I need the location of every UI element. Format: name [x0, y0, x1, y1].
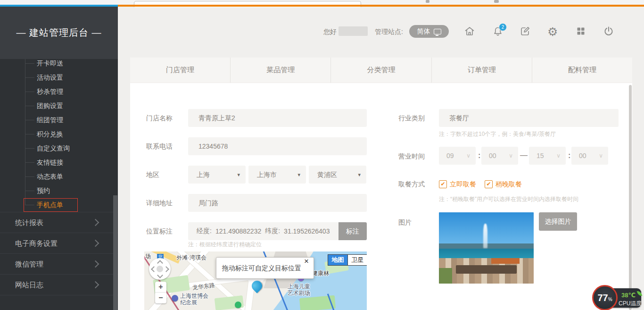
sidebar-section-wangzhanrizhi[interactable]: 网站日志 — [0, 274, 118, 295]
store-name-input[interactable]: 青青原上草2 — [188, 109, 367, 127]
sidebar-scrollbar[interactable] — [113, 195, 117, 310]
notifications-bell-icon[interactable]: 2 — [492, 25, 504, 38]
sidebar-item-zutuanguanli[interactable]: 组团管理 — [0, 113, 118, 127]
chevron-right-icon — [92, 281, 99, 289]
username-blurred — [339, 26, 368, 36]
zoom-in-button[interactable]: + — [155, 282, 166, 293]
start-minute-select[interactable]: 00 — [481, 147, 518, 165]
power-icon[interactable] — [603, 25, 614, 38]
notification-badge: 2 — [499, 23, 507, 31]
sidebar-item-tuangoushezhi[interactable]: 团购设置 — [0, 99, 118, 113]
address-label: 详细地址 — [146, 199, 173, 208]
settings-gear-icon[interactable]: ⚙ — [547, 25, 559, 38]
cpu-percent-unit: % — [608, 297, 612, 302]
map-zoom-control[interactable]: + − — [155, 282, 166, 303]
phone-input[interactable]: 12345678 — [188, 137, 367, 155]
park-poi-icon — [235, 302, 241, 308]
sidebar-section-dianzishangwu[interactable]: 电子商务设置 — [0, 233, 118, 253]
apps-grid-icon[interactable] — [575, 25, 586, 38]
pan-left-icon[interactable] — [151, 266, 157, 272]
lat-label: 纬度: — [265, 227, 280, 235]
store-photo-thumbnail — [439, 212, 534, 284]
lat-value: 31.1952626403 — [284, 227, 330, 235]
sidebar-header: — 建站管理后台 — — [0, 7, 118, 59]
cpu-percent-value: 77 — [597, 293, 608, 303]
sidebar-item-kaikajisong[interactable]: 开卡即送 — [0, 56, 118, 70]
end-hour-select[interactable]: 15 — [529, 147, 566, 165]
city-select[interactable]: 上海市 — [248, 166, 306, 184]
hours-label: 营业时间 — [398, 152, 425, 161]
mode-satellite-button[interactable]: 卫星 — [347, 255, 367, 265]
time-colon: : — [568, 151, 570, 160]
tab-category-management[interactable]: 分类管理 — [331, 58, 431, 83]
coordinates-box[interactable]: 经度: 121.490882232 纬度: 31.1952626403 — [188, 222, 339, 240]
bubble-close-icon[interactable]: × — [304, 257, 309, 266]
monitor-icon — [434, 29, 441, 34]
sidebar-section-weixinguanli[interactable]: 微信管理 — [0, 253, 118, 274]
chevron-right-icon — [92, 260, 99, 268]
sidebar-submenu: 开卡即送 活动设置 秒杀管理 团购设置 组团管理 积分兑换 自定义查询 友情链接… — [0, 59, 118, 212]
sidebar-item-jifenduihuan[interactable]: 积分兑换 — [0, 127, 118, 141]
pickup-label: 取餐方式 — [398, 180, 425, 189]
cpu-temp-value: 38℃ — [621, 292, 636, 299]
lng-label: 经度: — [197, 227, 212, 235]
pickup-now-label[interactable]: 立即取餐 — [450, 180, 476, 189]
toolbar-icon-sliver — [494, 0, 499, 3]
sidebar-item-zidingyichaxun[interactable]: 自定义查询 — [0, 141, 118, 155]
phone-label: 联系电话 — [146, 142, 173, 151]
mode-map-button[interactable]: 地图 — [328, 255, 347, 265]
image-label: 图片 — [398, 218, 412, 227]
page-header: 您好 管理站点: 简体 2 ⚙ — [118, 7, 644, 59]
tab-order-management[interactable]: 订单管理 — [432, 58, 532, 83]
pickup-later-label[interactable]: 稍晚取餐 — [495, 180, 522, 189]
district-select[interactable]: 黄浦区 — [309, 166, 366, 184]
sidebar-item-dongtaibiaodan[interactable]: 动态表单 — [0, 169, 118, 184]
home-icon[interactable] — [464, 25, 475, 38]
chevron-right-icon — [92, 240, 99, 247]
chevron-right-icon — [92, 219, 99, 226]
mark-button[interactable]: 标注 — [339, 222, 367, 240]
region-label: 地区 — [146, 171, 159, 179]
map-widget[interactable]: 场 外滩·湾璞会 龙华东路 上海世博会 纪念展 上海儿童 艺术剧场 健康林 北 … — [144, 251, 367, 310]
sidebar-section-tongjibaobiao[interactable]: 统计报表 — [0, 212, 118, 233]
sidebar-item-huodongshezhi[interactable]: 活动设置 — [0, 70, 118, 84]
edit-icon[interactable] — [520, 25, 531, 38]
sidebar-item-miaoshaguanli[interactable]: 秒杀管理 — [0, 84, 118, 99]
location-note: 注：根据经纬度进行精确定位 — [188, 241, 262, 249]
map-mode-switcher[interactable]: 地图 卫星 — [328, 254, 367, 266]
greeting-text: 您好 — [323, 28, 337, 36]
zoom-out-button[interactable]: − — [155, 293, 166, 303]
pickup-now-checkbox[interactable]: ✔ — [439, 180, 447, 188]
start-hour-select[interactable]: 09 — [439, 147, 476, 165]
time-dash: — — [520, 151, 528, 159]
map-info-bubble: 拖动标注可自定义目标位置 × — [216, 257, 314, 279]
tab-ingredient-management[interactable]: 配料管理 — [532, 58, 632, 83]
cpu-usage-gauge[interactable]: 77 % — [592, 285, 618, 310]
location-label: 位置标注 — [146, 227, 173, 236]
sidebar-item-youqinglianjie[interactable]: 友情链接 — [0, 155, 118, 169]
pan-up-icon[interactable] — [157, 260, 163, 266]
pickup-later-checkbox[interactable]: ✔ — [485, 180, 493, 188]
industry-input[interactable]: 茶餐厅 — [439, 109, 619, 127]
tab-dish-management[interactable]: 菜品管理 — [231, 58, 331, 83]
map-pan-control[interactable] — [149, 258, 171, 280]
map-label-expo-2: 纪念展 — [180, 299, 197, 307]
address-input[interactable]: 局门路 — [188, 194, 367, 212]
language-pill-button[interactable]: 简体 — [409, 25, 449, 38]
museum-poi-icon — [172, 295, 178, 302]
province-select[interactable]: 上海 — [188, 166, 246, 184]
end-minute-select[interactable]: 00 — [571, 147, 608, 165]
pan-center-dot[interactable] — [157, 266, 163, 272]
industry-label: 行业类别 — [398, 114, 425, 123]
pan-right-icon[interactable] — [163, 266, 169, 272]
tab-store-management[interactable]: 门店管理 — [130, 58, 231, 83]
sidebar: — 建站管理后台 — 开卡即送 活动设置 秒杀管理 团购设置 组团管理 积分兑换… — [0, 7, 118, 310]
map-label-partial: 场 — [145, 252, 151, 260]
pan-down-icon[interactable] — [157, 272, 163, 278]
sidebar-item-yuyue[interactable]: 预约 — [0, 184, 118, 198]
choose-image-button[interactable]: 选择图片 — [539, 212, 577, 231]
tab-bar: 门店管理 菜品管理 分类管理 订单管理 配料管理 — [130, 58, 632, 83]
map-label-children-2: 艺术剧场 — [288, 289, 310, 297]
active-item-highlight-box — [24, 198, 78, 212]
content-scrollbar[interactable] — [629, 85, 632, 310]
